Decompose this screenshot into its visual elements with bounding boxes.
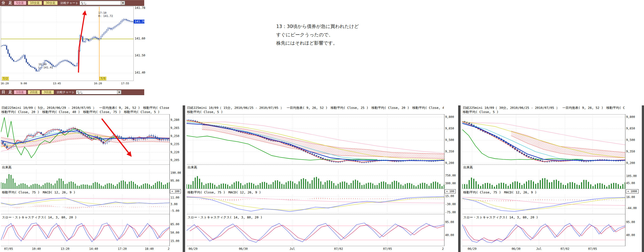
macd-plot xyxy=(186,195,444,214)
compare-chart-label: 比較チャート xyxy=(57,90,75,94)
macd-plot xyxy=(1,195,170,214)
stochastics-section-label: スロー・ストキャスティクス( 14, 3, 80, 20 ) xyxy=(188,215,262,220)
tab-1day-candle[interactable]: 1日足 xyxy=(14,90,26,94)
low-annotation: 10:40 xyxy=(38,63,46,66)
y-axis-label: 9,650 xyxy=(626,127,635,130)
panel-title: 日経225mini 10/09（ 30分, 2010/06/25 - 2010/… xyxy=(463,106,625,110)
stoch-axis-label: 40.00 xyxy=(626,233,635,237)
volume-plot xyxy=(186,170,444,189)
panel-title: 移動平均( Close, 5 ) xyxy=(187,110,444,114)
day-group-label: 日 足 xyxy=(2,90,12,94)
y-axis-label: 9,205 xyxy=(170,158,179,162)
tab-10min-candle[interactable]: 10分足 xyxy=(28,1,42,5)
x-axis-label: 17:20 xyxy=(117,247,128,250)
y-axis-label: 9,220 xyxy=(170,150,179,154)
date-chip: 7/5 xyxy=(100,77,106,80)
x-axis-label: 07/05 xyxy=(3,247,14,250)
x-axis-label: 07/02 xyxy=(333,247,344,250)
tab-5min-candle[interactable]: 5分足 xyxy=(14,1,26,5)
x-axis-label: 07/05 xyxy=(382,247,393,250)
y-axis-label: 9,235 xyxy=(170,142,179,146)
day-chart-toolbar: 日 足 1日足 2日足 3日足 比較チャート なし ▼ xyxy=(0,89,144,95)
volume-axis-label: 45.00 xyxy=(626,181,635,185)
x-axis-label: 07/05 xyxy=(587,247,598,250)
y-axis-label: 9,200 xyxy=(445,161,454,165)
low-annotation: L: 141.41 xyxy=(38,66,53,69)
main-chart-plot xyxy=(186,114,444,165)
volume-section-label: 出来高 xyxy=(2,165,12,170)
current-price-tag: 141.70 xyxy=(134,20,144,24)
x-axis-label: 07/02 xyxy=(560,247,570,250)
volume-section-label: 出来高 xyxy=(463,165,473,170)
bond-chart-canvas xyxy=(1,7,134,81)
unit-multiplier-badge: × 1000 xyxy=(626,189,638,193)
macd-axis-label: -75.00 xyxy=(445,210,456,214)
macd-axis-label: 3.00 xyxy=(170,202,178,206)
stoch-axis-label: 15.00 xyxy=(170,239,179,243)
tab-2day-candle[interactable]: 2日足 xyxy=(28,90,40,94)
minute-chart-toolbar: 分 足 5分足 10分足 30分足 比較チャート なし ▼ xyxy=(0,0,144,6)
note-line: 株先にはそれほど影響です。 xyxy=(276,39,359,47)
x-axis-label: 06/29 xyxy=(188,247,198,250)
y-axis-label: 9,350 xyxy=(626,150,635,153)
y-axis-line xyxy=(444,114,444,246)
macd-section-label: 移動平均( Close, 75 ) MACD( 12, 26, 9 ) xyxy=(2,190,76,195)
compare-chart-value: なし xyxy=(76,90,117,94)
macd-axis-label: 11.00 xyxy=(170,196,179,199)
x-axis-label: 13:20 xyxy=(60,247,70,250)
compare-chart-value: なし xyxy=(80,1,121,5)
y-axis-label: 9,500 xyxy=(626,138,635,142)
volume-axis-label: 750.00 xyxy=(445,174,456,177)
y-axis-label: 9,650 xyxy=(445,127,454,130)
volume-axis-label: 105.00 xyxy=(626,174,637,178)
tab-3day-candle[interactable]: 3日足 xyxy=(42,90,54,94)
panel-title: 移動平均( Close, 5 ) xyxy=(463,110,625,114)
y-axis-label: 9,200 xyxy=(626,161,635,165)
tab-30min-candle[interactable]: 30分足 xyxy=(43,1,58,5)
y-axis-label: 9,250 xyxy=(170,134,179,138)
time-axis-label: 17:55 xyxy=(121,82,130,85)
stochastics-plot xyxy=(186,220,444,246)
y-axis-line xyxy=(625,114,626,246)
panel-title: 移動平均( Close, 20 ) 移動平均( Close, 40 ) 移動平均… xyxy=(2,110,169,114)
compare-chart-select-minute[interactable]: なし ▼ xyxy=(80,1,125,5)
time-axis-label: 16:20 xyxy=(94,82,102,85)
compare-chart-label: 比較チャート xyxy=(60,1,78,5)
y-axis-label: 141.50 xyxy=(135,54,145,57)
volume-plot xyxy=(1,170,170,189)
minute-group-label: 分 足 xyxy=(2,1,12,5)
high-annotation: H: 141.72 xyxy=(98,15,113,18)
high-annotation: 17:10 xyxy=(98,11,106,15)
y-axis-label: 9,800 xyxy=(445,115,454,119)
volume-section-label: 出来高 xyxy=(188,165,197,170)
macd-axis-label: -44.00 xyxy=(626,206,637,210)
stochastics-plot xyxy=(462,220,625,246)
x-axis-label: 18:40 xyxy=(144,247,154,250)
macd-axis-label: -30.00 xyxy=(445,202,456,206)
panel-title: 日経225mini 10/09（ 5分, 2010/06/29 - 2010/0… xyxy=(2,106,169,110)
macd-section-label: 移動平均( Close, 75 ) MACD( 12, 26, 9 ) xyxy=(463,190,537,195)
x-axis-label: 06/30 xyxy=(238,247,248,250)
compare-chart-select-day[interactable]: なし ▼ xyxy=(76,90,122,94)
volume-axis-label: 95.00 xyxy=(170,179,179,182)
trading-chart-app: 分 足 5分足 10分足 30分足 比較チャート なし ▼ 日 足 1日足 2日… xyxy=(0,0,644,252)
stochastics-plot xyxy=(1,220,170,246)
volume-plot xyxy=(462,170,625,189)
x-axis-label: 2 xyxy=(438,247,448,250)
macd-plot xyxy=(462,195,625,214)
chevron-down-icon[interactable]: ▼ xyxy=(117,90,121,94)
unit-multiplier-badge: × 100 xyxy=(445,189,456,193)
time-axis-label: 13:45 xyxy=(52,82,61,85)
stoch-axis-label: 85.00 xyxy=(170,222,179,226)
bond-minute-chart xyxy=(1,6,134,81)
y-axis-label: 141.60 xyxy=(135,37,145,40)
chevron-down-icon[interactable]: ▼ xyxy=(121,1,125,5)
volume-axis-label: 300.00 xyxy=(445,182,456,185)
y-axis-line xyxy=(170,114,170,246)
volume-axis-label: 190.00 xyxy=(170,171,181,174)
panel-divider xyxy=(458,105,460,252)
date-chip: 7/2 xyxy=(2,77,9,80)
panel-divider xyxy=(642,105,644,252)
x-axis-label: Jul xyxy=(534,247,544,250)
time-axis-label: 16:20 xyxy=(0,82,9,85)
